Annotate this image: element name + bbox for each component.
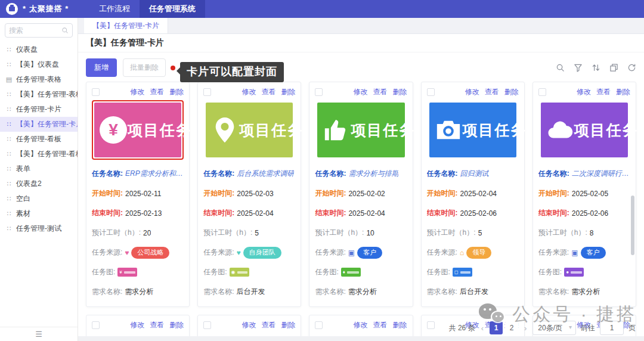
task-card: 修改查看删除 项目任务 任务名称:需求分析与排期 开始时间:2025-02-02… [309,82,413,307]
search-icon[interactable] [556,63,565,72]
prev-page-button[interactable]: ‹ [480,324,485,333]
card-cover[interactable]: 项目任务 [206,103,293,157]
grid-icon: ∷ [5,61,13,69]
task-image-thumbnail[interactable]: ◻ [453,268,472,277]
page-title: 【美】任务管理-卡片 [78,34,644,52]
view-link[interactable]: 查看 [485,87,499,97]
delete-link[interactable]: 删除 [393,87,407,97]
cover-title: 项目任务 [351,120,415,140]
page-number-button[interactable]: 2 [505,321,518,334]
task-name-label: 任务名称: [203,169,234,179]
sidebar-item[interactable]: ∷仪表盘 [0,42,78,57]
delete-link[interactable]: 删除 [281,87,295,97]
next-page-button[interactable]: › [523,324,528,333]
modify-link[interactable]: 修改 [354,87,368,97]
image-label: 任务图: [315,267,338,277]
card-checkbox[interactable] [92,88,100,96]
search-icon [61,27,69,34]
delete-link[interactable]: 删除 [281,320,295,330]
card-checkbox[interactable] [427,88,435,96]
view-link[interactable]: 查看 [261,320,275,330]
sidebar-item[interactable]: ∷任务管理-卡片 [0,102,78,117]
card-checkbox[interactable] [538,88,546,96]
sidebar-item[interactable]: ∷仪表盘2 [0,176,78,191]
app-logo-icon[interactable] [6,3,18,15]
modify-link[interactable]: 修改 [130,87,144,97]
card-cover[interactable]: 项目任务 [317,103,404,157]
page-size-select[interactable]: 20条/页 ▾ [532,321,576,335]
delete-link[interactable]: 删除 [169,320,184,330]
view-link[interactable]: 查看 [150,320,164,330]
card-checkbox[interactable] [203,321,211,329]
task-name-value: 后台系统需求调研 [237,169,294,179]
sidebar-item[interactable]: ∷空白 [0,191,78,206]
sidebar-item[interactable]: ∷表单 [0,162,78,176]
hours-label: 预计工时（h）: [427,228,476,238]
card-actions: 修改查看删除 [354,320,407,330]
sidebar-item[interactable]: ∷【美】任务管理-看板 [0,147,78,162]
card-checkbox[interactable] [427,321,435,329]
modify-link[interactable]: 修改 [465,87,479,97]
delete-link[interactable]: 删除 [169,87,184,97]
goto-page-input[interactable] [600,321,624,335]
nav-item[interactable]: 工作流程 [89,0,140,18]
sidebar-item[interactable]: ∷【美】任务管理-卡片 [0,117,78,132]
card-checkbox[interactable] [315,88,323,96]
task-image-thumbnail[interactable]: ● [564,268,584,277]
delete-link[interactable]: 删除 [504,87,519,97]
sidebar-item[interactable]: ∷【美】任务管理-表格 [0,87,78,102]
start-date-value: 2025-02-02 [348,190,385,198]
task-card: 修改查看删除 项目任务 任务名称:二次深度调研行业需... 开始时间:2025-… [532,82,636,307]
modify-link[interactable]: 修改 [242,87,256,97]
task-image-thumbnail[interactable]: ¥ [117,268,137,277]
sort-icon[interactable] [592,63,600,72]
card-cover[interactable]: ¥ 项目任务 [94,103,181,157]
thumbs-up-icon [323,116,350,144]
modify-link[interactable]: 修改 [242,320,256,330]
sidebar-item[interactable]: ∷【美】仪表盘 [0,57,78,72]
task-card: 修改查看删除 项目任务 任务名称:回归测试 开始时间:2025-02-04 结束… [421,82,525,307]
sidebar-item[interactable]: ▤任务管理-表格 [0,72,78,87]
source-badge: 自身团队 [243,247,281,259]
card-cover[interactable]: 项目任务 [429,103,516,157]
nav-item[interactable]: 任务管理系统 [140,0,205,18]
sidebar-item[interactable]: ∷任务管理-测试 [0,221,78,236]
delete-link[interactable]: 删除 [616,87,630,97]
view-link[interactable]: 查看 [596,87,611,97]
tab-task-card[interactable]: 【美】任务管理-卡片 [84,18,168,33]
cover-title: 项目任务 [239,120,304,140]
vertical-scrollbar[interactable] [631,196,634,255]
view-link[interactable]: 查看 [373,320,388,330]
add-button[interactable]: 新增 [86,58,117,77]
sidebar-collapse-button[interactable]: ☰ [0,327,78,341]
card-checkbox[interactable] [315,321,323,329]
end-date-value: 2025-02-06 [572,209,608,218]
card-cover[interactable]: 项目任务 [541,103,628,157]
sidebar-search-input[interactable] [9,26,61,35]
hours-label: 预计工时（h）: [92,228,141,238]
card-checkbox[interactable] [92,321,100,329]
sidebar-item[interactable]: ∷素材 [0,206,78,221]
delete-link[interactable]: 删除 [393,320,407,330]
sidebar-item[interactable]: ∷任务管理-看板 [0,132,78,147]
card-checkbox[interactable] [203,88,211,96]
view-link[interactable]: 查看 [373,87,388,97]
filter-icon[interactable] [574,63,583,72]
task-image-thumbnail[interactable]: ♦ [341,268,361,277]
view-link[interactable]: 查看 [150,87,164,97]
card-fields: 任务名称:后台系统需求调研 开始时间:2025-02-03 结束时间:2025-… [203,164,295,302]
page-number-button[interactable]: 1 [490,321,503,334]
card-cover-wrap: ¥ 项目任务 [92,100,184,160]
card-actions: 修改查看删除 [354,87,407,97]
view-link[interactable]: 查看 [261,87,275,97]
refresh-icon[interactable] [627,63,636,72]
modify-link[interactable]: 修改 [577,87,591,97]
modify-link[interactable]: 修改 [354,320,368,330]
modify-link[interactable]: 修改 [130,320,144,330]
end-date-value: 2025-02-04 [237,209,273,218]
task-image-thumbnail[interactable]: ◉ [230,268,249,277]
grid-icon: ∷ [5,210,13,218]
content: 新增 批量删除 卡片可以配置封面 修改查看删除 ¥ 项目任务 任务名称:ERP需… [78,52,644,341]
columns-icon[interactable] [609,63,618,72]
batch-delete-button[interactable]: 批量删除 [123,58,166,77]
